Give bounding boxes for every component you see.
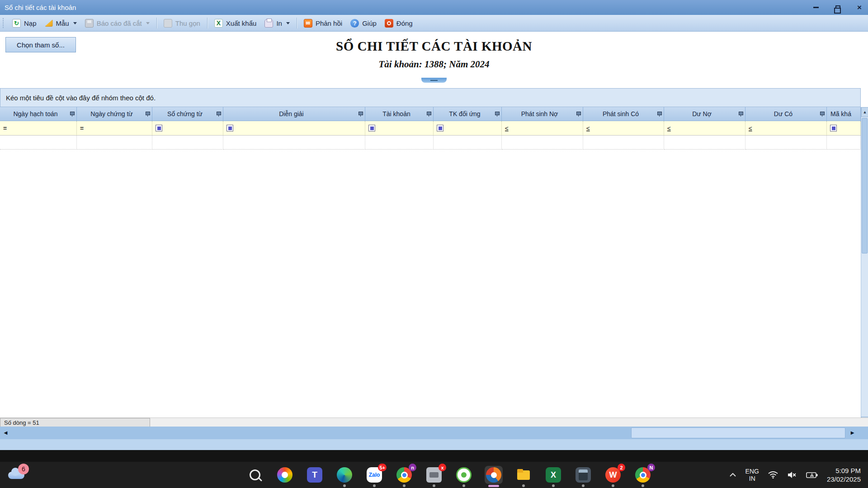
volume-muted-icon[interactable] — [787, 471, 797, 479]
clock[interactable]: 5:09 PM 23/02/2025 — [827, 466, 861, 483]
filter-operator-le[interactable]: ≤ — [749, 125, 752, 132]
vertical-scrollbar[interactable]: ▲ ▼ — [861, 107, 868, 427]
column-header-7[interactable]: Phát sinh Nợ — [502, 107, 583, 121]
minimize-button[interactable] — [810, 2, 822, 13]
pin-column-icon[interactable] — [657, 111, 661, 117]
file-explorer-icon[interactable] — [514, 466, 533, 484]
filter-cell-8[interactable]: ≤ — [583, 121, 664, 136]
filter-cell-11[interactable] — [827, 121, 861, 136]
toolbar-button-nạp[interactable]: ↻Nạp — [8, 17, 41, 29]
column-header-4[interactable]: Diễn giải — [223, 107, 365, 121]
pin-column-icon[interactable] — [217, 111, 221, 117]
row-count-label: Số dòng = 51 — [4, 419, 39, 426]
column-header-8[interactable]: Phát sinh Có — [583, 107, 664, 121]
search-icon[interactable] — [246, 466, 264, 484]
column-header-11[interactable]: Mã khá — [827, 107, 861, 121]
language-indicator[interactable]: ENG IN — [745, 468, 759, 482]
restore-button[interactable] — [832, 2, 844, 13]
scroll-up-button[interactable]: ▲ — [861, 107, 868, 117]
wps-icon[interactable]: W2 — [604, 466, 622, 484]
chevron-down-icon — [73, 22, 77, 24]
running-indicator — [343, 484, 346, 487]
group-by-bar[interactable]: Kéo một tiêu đề cột vào đây để nhóm theo… — [0, 88, 861, 107]
calculator-icon-glyph — [576, 467, 591, 483]
start-icon-glyph — [217, 467, 233, 483]
filter-button-icon[interactable] — [830, 125, 837, 131]
vertical-scroll-thumb[interactable] — [862, 118, 868, 253]
scroll-left-button[interactable]: ◄ — [3, 429, 9, 436]
battery-warning-icon[interactable] — [806, 471, 818, 479]
filter-cell-9[interactable]: ≤ — [664, 121, 745, 136]
coccoc-icon[interactable] — [455, 466, 473, 484]
filter-operator-le[interactable]: ≤ — [586, 125, 590, 132]
column-header-6[interactable]: TK đối ứng — [434, 107, 502, 121]
scroll-right-button[interactable]: ► — [849, 429, 855, 436]
horizontal-scrollbar[interactable]: ◄ ► — [0, 427, 868, 439]
filter-button-icon[interactable] — [437, 125, 443, 131]
column-header-3[interactable]: Số chứng từ — [152, 107, 223, 121]
copilot-icon[interactable] — [276, 466, 294, 484]
toolbar-button-xuất-khẩu[interactable]: XXuất khẩu — [210, 17, 261, 29]
cell-empty — [0, 136, 77, 150]
misa-amis-icon[interactable] — [485, 466, 503, 484]
empty-row[interactable] — [0, 136, 861, 150]
filter-button-icon[interactable] — [156, 125, 162, 131]
column-header-2[interactable]: Ngày chứng từ — [77, 107, 152, 121]
toolbar-button-label: Xuất khẩu — [226, 19, 257, 27]
start-icon[interactable] — [216, 466, 234, 484]
filter-button-icon[interactable] — [368, 125, 375, 131]
chrome-icon[interactable]: n — [395, 466, 413, 484]
edge-icon[interactable] — [335, 466, 354, 484]
tray-chevron-icon[interactable] — [729, 473, 736, 477]
filter-operator-le[interactable]: ≤ — [667, 125, 671, 132]
toolbar-button-in[interactable]: In — [260, 17, 294, 29]
chrome-profile-icon[interactable]: N — [634, 466, 652, 484]
filter-cell-5[interactable] — [365, 121, 434, 136]
column-header-label: Số chứng từ — [167, 110, 203, 117]
horizontal-scroll-thumb[interactable] — [631, 427, 845, 438]
pin-column-icon[interactable] — [146, 111, 150, 117]
filter-cell-3[interactable] — [152, 121, 223, 136]
filter-cell-1[interactable]: = — [0, 121, 77, 136]
collapse-splitter-handle[interactable] — [421, 78, 447, 83]
pin-column-icon[interactable] — [820, 111, 824, 117]
filter-cell-2[interactable]: = — [77, 121, 152, 136]
filter-cell-10[interactable]: ≤ — [745, 121, 827, 136]
filter-cell-7[interactable]: ≤ — [502, 121, 583, 136]
column-header-1[interactable]: Ngày hạch toán — [0, 107, 77, 121]
collapse-icon — [164, 19, 172, 28]
toolbar-button-phản-hồi[interactable]: ✉Phản hồi — [300, 17, 346, 29]
column-header-9[interactable]: Dư Nợ — [664, 107, 745, 121]
filter-cell-6[interactable] — [434, 121, 502, 136]
toolbar-button-label: Báo cáo đã cắt — [97, 19, 142, 27]
filter-cell-4[interactable] — [223, 121, 365, 136]
excel-icon[interactable]: X — [544, 466, 562, 484]
teams-icon[interactable]: T — [306, 466, 324, 484]
edge-icon-glyph — [337, 467, 352, 483]
pin-column-icon[interactable] — [70, 111, 74, 117]
pin-column-icon[interactable] — [495, 111, 499, 117]
toolbar-button-mẫu[interactable]: Mẫu — [41, 18, 81, 29]
pin-column-icon[interactable] — [576, 111, 580, 117]
column-header-5[interactable]: Tài khoản — [365, 107, 434, 121]
filter-operator-eq[interactable]: = — [3, 125, 7, 132]
pin-column-icon[interactable] — [739, 111, 743, 117]
pin-column-icon[interactable] — [427, 111, 431, 117]
feedback-icon: ✉ — [304, 19, 312, 28]
close-button[interactable]: × — [854, 2, 865, 13]
filter-operator-le[interactable]: ≤ — [505, 125, 509, 132]
calculator-icon[interactable] — [574, 466, 592, 484]
toolbar-button-giúp[interactable]: ?Giúp — [346, 17, 381, 29]
filter-operator-eq[interactable]: = — [80, 125, 84, 132]
pin-column-icon[interactable] — [359, 111, 363, 117]
wifi-icon[interactable] — [768, 471, 778, 479]
toolbar-button-thu-gọn: Thu gọn — [160, 17, 204, 29]
zalo-icon[interactable]: Zalo5+ — [365, 466, 383, 484]
column-header-10[interactable]: Dư Có — [745, 107, 827, 121]
restore-icon — [835, 5, 840, 9]
fax-printer-icon[interactable]: x — [425, 466, 443, 484]
filter-button-icon[interactable] — [226, 125, 233, 131]
file-explorer-icon-glyph — [516, 467, 531, 483]
toolbar-button-đóng[interactable]: Đóng — [381, 17, 417, 29]
toolbar-button-label: Đóng — [396, 19, 413, 27]
